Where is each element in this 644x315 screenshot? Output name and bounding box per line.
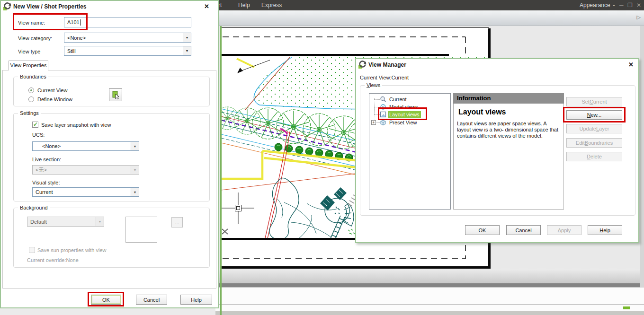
save-sun-checkbox[interactable] <box>29 247 35 253</box>
view-type-select[interactable]: Still▼ <box>64 46 191 56</box>
ucs-select[interactable]: <None>▼ <box>32 141 139 151</box>
tree-item-model-views[interactable]: Model views <box>380 103 420 111</box>
text-caret <box>80 19 80 26</box>
chevron-down-icon[interactable]: ▼ <box>183 33 191 42</box>
preset-cube-icon <box>380 119 386 126</box>
tree-item-current[interactable]: Current <box>380 96 408 103</box>
layout-sheet-icon <box>380 111 386 118</box>
information-panel: Layout views Layout views are paper spac… <box>453 104 564 210</box>
app-logo-icon <box>3 2 11 11</box>
menu-item-express[interactable]: Express <box>261 2 282 9</box>
apply-button[interactable]: Apply <box>547 225 581 235</box>
view-manager-titlebar[interactable]: View Manager ✕ <box>356 59 638 70</box>
current-override-label: Current override:None <box>27 257 79 263</box>
tree-expander-plus[interactable]: + <box>371 120 376 125</box>
close-window-button[interactable]: ✕ <box>636 2 641 9</box>
close-icon[interactable]: ✕ <box>204 3 209 10</box>
tree-connector <box>374 98 375 122</box>
camera-lens-icon <box>380 104 386 110</box>
chevron-down-icon[interactable]: ⌄ <box>612 2 616 7</box>
tree-item-preset-view[interactable]: Preset View <box>380 119 419 126</box>
cancel-button[interactable]: Cancel <box>506 225 541 235</box>
new-button[interactable]: New... <box>566 110 622 120</box>
define-window-pick-button[interactable] <box>109 88 122 101</box>
background-browse-button[interactable]: ... <box>171 217 183 228</box>
view-manager-dialog: View Manager ✕ Current View:Current View… <box>355 58 639 243</box>
delete-button[interactable]: Delete <box>566 152 622 161</box>
views-legend: Views <box>365 82 382 88</box>
view-name-label: View name: <box>18 20 45 26</box>
update-layer-button[interactable]: Update Layer <box>566 124 622 133</box>
cancel-button[interactable]: Cancel <box>136 295 167 305</box>
tab-view-properties[interactable]: View Properties <box>9 61 48 70</box>
new-view-titlebar[interactable]: New View / Shot Properties ✕ <box>1 1 218 12</box>
visual-style-label: Visual style: <box>32 180 60 185</box>
appearance-menu[interactable]: Appearance <box>580 2 610 9</box>
live-section-select[interactable]: <无>▼ <box>32 165 139 175</box>
save-sun-label: Save sun properties with view <box>37 247 107 253</box>
live-section-label: Live section: <box>32 157 61 162</box>
radio-current-view-label[interactable]: Current View <box>37 88 67 93</box>
dialog-title: View Manager <box>368 61 406 68</box>
chevron-down-icon[interactable]: ▼ <box>183 46 191 55</box>
save-layer-snapshot-checkbox[interactable] <box>32 122 38 128</box>
chevron-down-icon[interactable]: ▼ <box>131 188 139 196</box>
radio-define-window[interactable] <box>28 96 34 102</box>
chevron-down-icon[interactable]: ▼ <box>131 142 139 150</box>
current-view-label: Current View:Current <box>360 75 409 80</box>
application-window: rt Help Express Appearance ⌄ ─ ❐ ✕ ▷ <box>0 0 644 315</box>
tree-item-layout-views[interactable]: Layout views <box>380 111 421 118</box>
chevron-down-icon: ▼ <box>96 217 104 226</box>
new-view-dialog: New View / Shot Properties ✕ View name: … <box>0 0 219 308</box>
help-button[interactable]: Help <box>180 295 212 305</box>
menu-item-insert-partial[interactable]: rt <box>218 2 222 9</box>
visual-style-select[interactable]: Current▼ <box>32 187 139 197</box>
view-category-label: View category: <box>18 35 52 41</box>
info-description: Layout views are paper space views. A la… <box>457 121 561 139</box>
chevron-down-icon: ▼ <box>131 166 139 174</box>
background-type-select[interactable]: Default▼ <box>27 217 104 227</box>
app-logo-icon <box>358 61 367 70</box>
dialog-title: New View / Shot Properties <box>13 3 87 10</box>
edit-boundaries-button[interactable]: Edit Boundraries <box>566 138 622 148</box>
restore-button[interactable]: ❐ <box>627 2 633 9</box>
pick-window-icon <box>111 90 120 100</box>
background-preview <box>125 217 157 243</box>
ok-button[interactable]: OK <box>91 295 121 305</box>
ribbon-expand-icon[interactable]: ▷ <box>637 14 641 20</box>
info-title: Layout views <box>458 108 506 116</box>
help-button[interactable]: Help <box>588 225 622 235</box>
menu-item-help[interactable]: Help <box>238 2 250 9</box>
view-category-select[interactable]: <None>▼ <box>64 33 191 43</box>
ok-button[interactable]: OK <box>465 225 500 235</box>
information-header: Information <box>453 93 564 104</box>
view-name-input[interactable]: A101 <box>64 17 191 27</box>
radio-current-view[interactable] <box>28 88 34 93</box>
magnifier-icon <box>380 96 386 103</box>
close-icon[interactable]: ✕ <box>628 61 634 68</box>
radio-define-window-label[interactable]: Define Window <box>37 96 72 102</box>
minimize-button[interactable]: ─ <box>619 2 624 9</box>
views-tree[interactable]: Current Model views Layout views Preset … <box>369 93 451 210</box>
save-layer-snapshot-label[interactable]: Save layer snapshot with view <box>41 122 111 128</box>
set-current-button[interactable]: Set Current <box>566 97 622 106</box>
status-indicator-green <box>623 306 630 309</box>
view-type-label: View type <box>18 49 41 54</box>
ucs-label: UCS: <box>32 132 45 138</box>
